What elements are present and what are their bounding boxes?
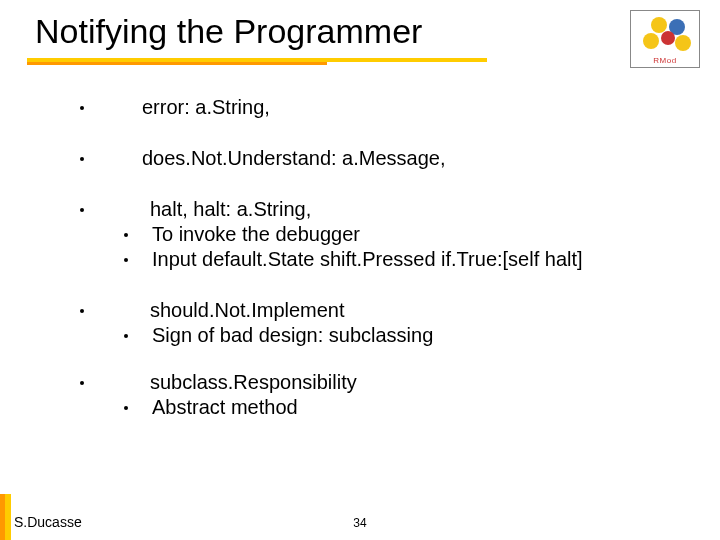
bullet-3-sub-2-text: Input default.State shift.Pressed if.Tru… xyxy=(152,247,583,272)
rmod-logo: RMod xyxy=(630,10,700,68)
bullet-2: does.Not.Understand: a.Message, xyxy=(80,146,670,171)
bullet-2-text: does.Not.Understand: a.Message, xyxy=(142,146,446,171)
bullet-5-sub-1: Abstract method xyxy=(124,395,670,420)
page-number: 34 xyxy=(353,516,366,530)
bullet-5-sub-1-text: Abstract method xyxy=(152,395,298,420)
bullet-5-text: subclass.Responsibility xyxy=(142,370,357,395)
bullet-3: halt, halt: a.String, xyxy=(80,197,670,222)
title-underline xyxy=(27,58,487,64)
bullet-dot-icon xyxy=(124,233,128,237)
bullet-dot-icon xyxy=(124,258,128,262)
slide-title: Notifying the Programmer xyxy=(35,12,422,51)
bullet-3-sub-2: Input default.State shift.Pressed if.Tru… xyxy=(124,247,670,272)
bullet-dot-icon xyxy=(124,406,128,410)
logo-label: RMod xyxy=(631,56,699,65)
bullet-1-text: error: a.String, xyxy=(142,95,270,120)
bullet-1: error: a.String, xyxy=(80,95,670,120)
bullet-3-sub-1: To invoke the debugger xyxy=(124,222,670,247)
bullet-4-sub-1: Sign of bad design: subclassing xyxy=(124,323,670,348)
bullet-dot-icon xyxy=(80,208,84,212)
bullet-dot-icon xyxy=(124,334,128,338)
bullet-3-text: halt, halt: a.String, xyxy=(142,197,311,222)
bullet-4: should.Not.Implement xyxy=(80,298,670,323)
bullet-dot-icon xyxy=(80,106,84,110)
bullet-4-sub-1-text: Sign of bad design: subclassing xyxy=(152,323,433,348)
side-accent xyxy=(0,494,11,540)
bullet-3-sub-1-text: To invoke the debugger xyxy=(152,222,360,247)
bullet-5: subclass.Responsibility xyxy=(80,370,670,395)
bullet-dot-icon xyxy=(80,309,84,313)
content-area: error: a.String, does.Not.Understand: a.… xyxy=(80,95,670,442)
bullet-dot-icon xyxy=(80,157,84,161)
author-label: S.Ducasse xyxy=(14,514,82,530)
bullet-4-text: should.Not.Implement xyxy=(142,298,345,323)
slide: Notifying the Programmer RMod error: a.S… xyxy=(0,0,720,540)
bullet-dot-icon xyxy=(80,381,84,385)
